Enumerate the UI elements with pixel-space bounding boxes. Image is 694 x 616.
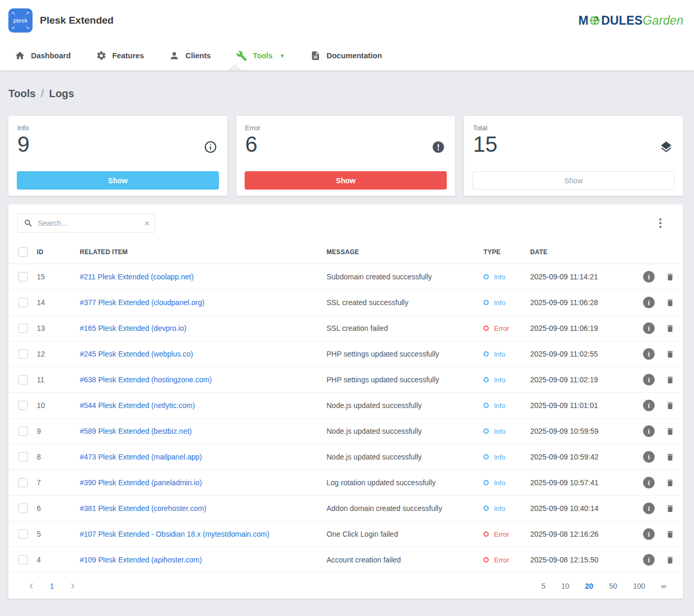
- row-details-icon[interactable]: i: [643, 322, 655, 334]
- related-item-link[interactable]: #473 Plesk Extended (mailpanel.app): [80, 453, 202, 461]
- page-size-all[interactable]: ∞: [661, 582, 666, 590]
- nav-item-dashboard[interactable]: Dashboard: [2, 41, 83, 70]
- type-label: Info: [494, 505, 506, 513]
- row-details-icon[interactable]: i: [643, 348, 655, 360]
- related-item-link[interactable]: #544 Plesk Extended (netlytic.com): [80, 401, 195, 410]
- row-checkbox[interactable]: [18, 349, 28, 359]
- related-item-link[interactable]: #245 Plesk Extended (webplus.co): [80, 350, 193, 358]
- row-details-icon[interactable]: i: [643, 374, 655, 385]
- row-details-icon[interactable]: i: [643, 297, 655, 308]
- expand-arrow-icon: ↙: [12, 25, 16, 30]
- related-item-link[interactable]: #165 Plesk Extended (devpro.io): [80, 324, 186, 332]
- log-id: 4: [37, 556, 80, 564]
- type-badge: Info: [483, 453, 530, 461]
- row-checkbox[interactable]: [18, 401, 28, 410]
- page-size-5[interactable]: 5: [541, 582, 545, 590]
- page-size-50[interactable]: 50: [609, 582, 617, 590]
- row-details-icon[interactable]: i: [643, 425, 655, 437]
- show-info-logs-button[interactable]: Show: [17, 171, 219, 190]
- document-icon: [310, 50, 321, 61]
- page-size-20[interactable]: 20: [585, 582, 594, 590]
- row-checkbox[interactable]: [18, 323, 28, 333]
- search-input[interactable]: [38, 219, 140, 227]
- nav-item-features[interactable]: Features: [83, 41, 156, 70]
- select-all-checkbox[interactable]: [18, 247, 28, 257]
- related-item-link[interactable]: #390 Plesk Extended (paneladmin.io): [80, 478, 202, 487]
- trash-icon[interactable]: [666, 478, 675, 488]
- page-size-selector: 5 10 20 50 100 ∞: [541, 582, 666, 590]
- chevron-down-icon: ▼: [279, 53, 285, 59]
- row-checkbox[interactable]: [18, 529, 28, 539]
- trash-icon[interactable]: [666, 349, 675, 359]
- table-row: 11 #638 Plesk Extended (hostingzone.com)…: [8, 367, 683, 393]
- related-item-link[interactable]: #381 Plesk Extended (corehoster.com): [80, 504, 206, 513]
- nav-item-clients[interactable]: Clients: [156, 41, 223, 70]
- expand-arrow-icon: ↖: [12, 11, 16, 16]
- related-item-link[interactable]: #589 Plesk Extended (bestbiz.net): [80, 427, 192, 435]
- related-item-link[interactable]: #377 Plesk Extended (cloudpanel.org): [80, 298, 204, 307]
- trash-icon[interactable]: [666, 272, 675, 282]
- related-item-link[interactable]: #109 Plesk Extended (apihoster.com): [80, 556, 202, 564]
- type-ring-icon: [483, 531, 489, 537]
- type-label: Info: [494, 402, 506, 410]
- page-size-100[interactable]: 100: [633, 582, 645, 590]
- type-ring-icon: [483, 274, 489, 279]
- row-checkbox[interactable]: [18, 478, 28, 487]
- trash-icon[interactable]: [666, 529, 675, 539]
- clear-search-icon[interactable]: ×: [144, 219, 150, 228]
- trash-icon[interactable]: [666, 504, 675, 514]
- trash-icon[interactable]: [666, 555, 675, 565]
- trash-icon[interactable]: [666, 375, 675, 385]
- stat-value: 15: [473, 132, 674, 157]
- gear-icon: [96, 50, 107, 61]
- column-header-message: MESSAGE: [327, 248, 483, 256]
- row-details-icon[interactable]: i: [643, 451, 655, 463]
- log-message: SSL creation failed: [327, 324, 483, 332]
- table-toolbar: ×: [8, 204, 683, 240]
- type-badge: Info: [483, 350, 530, 358]
- row-checkbox[interactable]: [18, 272, 28, 281]
- current-page[interactable]: 1: [50, 582, 54, 590]
- log-id: 15: [37, 273, 80, 281]
- show-error-logs-button[interactable]: Show: [245, 171, 447, 190]
- trash-icon[interactable]: [666, 298, 675, 308]
- trash-icon[interactable]: [666, 323, 675, 333]
- related-item-link[interactable]: #211 Plesk Extended (coolapp.net): [80, 273, 194, 281]
- type-label: Info: [494, 299, 506, 307]
- row-checkbox[interactable]: [18, 452, 28, 462]
- row-details-icon[interactable]: i: [643, 271, 655, 283]
- trash-icon[interactable]: [666, 452, 675, 462]
- row-details-icon[interactable]: i: [643, 503, 655, 514]
- related-item-link[interactable]: #638 Plesk Extended (hostingzone.com): [80, 375, 212, 384]
- related-item-link[interactable]: #107 Plesk Extended - Obsidian 18.x (myt…: [80, 530, 269, 538]
- pagination: 1 5 10 20 50 100 ∞: [8, 573, 683, 599]
- row-details-icon[interactable]: i: [643, 554, 655, 566]
- row-details-icon[interactable]: i: [643, 528, 655, 540]
- column-header-type: TYPE: [483, 248, 530, 256]
- type-badge: Info: [483, 427, 530, 435]
- table-row: 6 #381 Plesk Extended (corehoster.com) A…: [8, 496, 683, 521]
- row-checkbox[interactable]: [18, 555, 28, 565]
- previous-page-icon[interactable]: [27, 582, 36, 590]
- breadcrumb-section[interactable]: Tools: [8, 88, 36, 100]
- row-checkbox[interactable]: [18, 426, 28, 436]
- page-size-10[interactable]: 10: [561, 582, 570, 590]
- row-details-icon[interactable]: i: [643, 477, 655, 488]
- type-ring-icon: [483, 454, 489, 460]
- row-details-icon[interactable]: i: [643, 400, 655, 411]
- type-badge: Info: [483, 402, 530, 410]
- type-label: Info: [494, 273, 506, 281]
- log-message: Log rotation updated successfully: [327, 478, 483, 487]
- log-date: 2025-09-09 11:02:55: [530, 350, 627, 358]
- nav-item-documentation[interactable]: Documentation: [298, 41, 395, 70]
- row-checkbox[interactable]: [18, 298, 28, 307]
- stat-label: Error: [245, 124, 446, 132]
- next-page-icon[interactable]: [68, 582, 77, 590]
- row-checkbox[interactable]: [18, 504, 28, 513]
- trash-icon[interactable]: [666, 426, 675, 436]
- logs-table-card: × ID RELATED ITEM MESSAGE TYPE DATE 15 #…: [8, 204, 683, 599]
- type-badge: Info: [483, 479, 530, 487]
- table-options-menu-icon[interactable]: [657, 216, 664, 230]
- trash-icon[interactable]: [666, 401, 675, 411]
- row-checkbox[interactable]: [18, 375, 28, 384]
